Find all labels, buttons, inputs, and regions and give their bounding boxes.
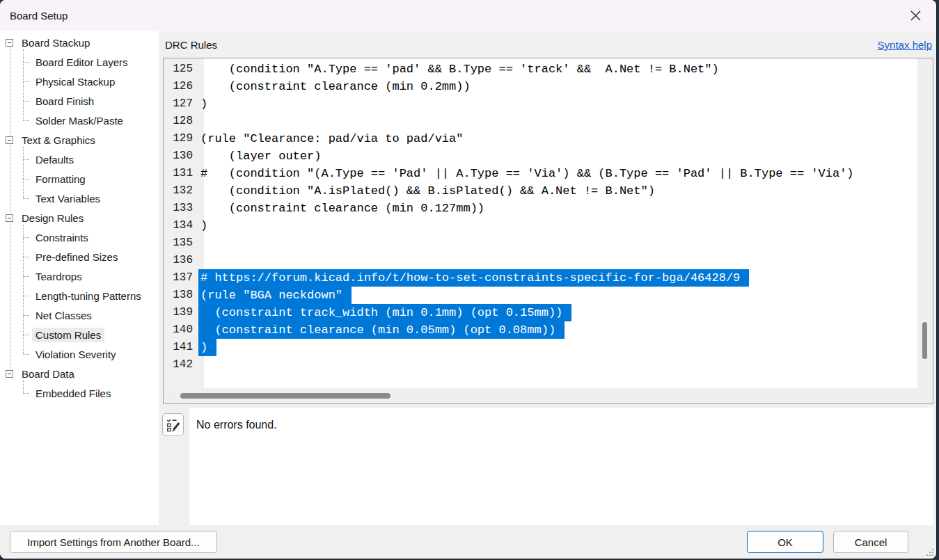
tree-item-label: Text Variables — [32, 191, 104, 206]
code-line: 132 (condition "A.isPlated() && B.isPlat… — [164, 182, 917, 200]
code-text-selected: (constraint clearance (min 0.05mm) (opt … — [198, 321, 565, 339]
close-button[interactable] — [904, 5, 926, 27]
sidebar-item-defaults[interactable]: Defaults — [0, 150, 159, 169]
tree-item-label: Formatting — [32, 172, 89, 186]
sidebar-item-board-finish[interactable]: Board Finish — [0, 91, 159, 111]
sidebar-item-board-data[interactable]: Board Data — [0, 364, 159, 383]
tree-item-label: Embedded Files — [32, 386, 114, 401]
tree-item-label: Pre-defined Sizes — [32, 250, 121, 264]
line-number: 127 — [164, 95, 198, 113]
code-area[interactable]: 125 (condition "A.Type == 'pad' && B.Typ… — [164, 58, 917, 388]
code-text-selected: (constraint track_width (min 0.1mm) (opt… — [198, 304, 571, 321]
code-text: (condition "A.isPlated() && B.isPlated()… — [198, 182, 655, 200]
sidebar-item-constraints[interactable]: Constraints — [0, 227, 159, 247]
tree-item-label: Length-tuning Patterns — [32, 289, 145, 303]
scrollbar-corner — [917, 388, 933, 403]
code-text — [198, 234, 200, 252]
sidebar-tree: Board Stackup Board Editor Layers Physic… — [0, 31, 159, 525]
vertical-scrollbar[interactable] — [917, 58, 933, 388]
sidebar-item-design-rules[interactable]: Design Rules — [0, 208, 159, 227]
line-number: 131 — [164, 165, 198, 182]
line-number: 134 — [164, 217, 198, 234]
code-line: 138(rule "BGA neckdown" — [164, 287, 917, 304]
tree-item-label: Board Stackup — [18, 35, 93, 50]
code-line: 125 (condition "A.Type == 'pad' && B.Typ… — [164, 61, 917, 78]
code-line: 129(rule "Clearance: pad/via to pad/via" — [164, 130, 917, 147]
line-number: 139 — [164, 304, 198, 321]
code-text-selected: # https://forum.kicad.info/t/how-to-set-… — [198, 269, 749, 287]
sidebar-item-custom-rules[interactable]: Custom Rules — [0, 325, 159, 344]
code-text: (constraint clearance (min 0.127mm)) — [198, 200, 484, 217]
code-line: 136 — [164, 252, 917, 269]
tree-item-label: Board Finish — [32, 94, 97, 109]
sidebar-item-embedded-files[interactable]: Embedded Files — [0, 383, 159, 403]
check-syntax-icon — [166, 417, 181, 433]
status-text: No errors found. — [196, 419, 277, 431]
tree-item-label: Constraints — [32, 230, 92, 245]
sidebar-item-length-tuning-patterns[interactable]: Length-tuning Patterns — [0, 286, 159, 305]
sidebar-item-solder-mask-paste[interactable]: Solder Mask/Paste — [0, 111, 159, 130]
import-settings-button[interactable]: Import Settings from Another Board... — [10, 531, 217, 553]
line-number: 137 — [164, 269, 198, 287]
code-line: 133 (constraint clearance (min 0.127mm)) — [164, 200, 917, 217]
panel-title: DRC Rules — [165, 39, 217, 51]
code-text: ) — [198, 217, 207, 234]
code-line: 127) — [164, 95, 917, 113]
sidebar-item-board-stackup[interactable]: Board Stackup — [0, 33, 159, 52]
code-text — [198, 252, 200, 269]
line-number: 130 — [164, 147, 198, 165]
code-line: 139 (constraint track_width (min 0.1mm) … — [164, 304, 917, 321]
tree-item-label: Net Classes — [32, 308, 95, 323]
vertical-scrollbar-thumb[interactable] — [922, 322, 927, 359]
line-number: 142 — [164, 356, 198, 374]
cancel-button[interactable]: Cancel — [833, 531, 908, 553]
horizontal-scrollbar-thumb[interactable] — [180, 393, 390, 399]
line-number: 128 — [164, 113, 198, 130]
tree-item-label: Board Data — [18, 367, 78, 381]
tree-item-label: Teardrops — [32, 269, 86, 284]
collapse-minus-icon[interactable] — [6, 214, 13, 222]
sidebar-item-text-variables[interactable]: Text Variables — [0, 189, 159, 208]
syntax-help-link[interactable]: Syntax help — [878, 39, 932, 51]
line-number: 136 — [164, 252, 198, 269]
dialog-footer: Import Settings from Another Board... OK… — [0, 525, 936, 559]
code-text — [198, 356, 200, 374]
code-line: 135 — [164, 234, 917, 252]
line-number: 129 — [164, 130, 198, 147]
sidebar-item-pre-defined-sizes[interactable]: Pre-defined Sizes — [0, 247, 159, 266]
line-number: 138 — [164, 287, 198, 304]
sidebar-item-formatting[interactable]: Formatting — [0, 169, 159, 189]
collapse-minus-icon[interactable] — [6, 370, 13, 378]
tree-item-label: Board Editor Layers — [32, 55, 132, 70]
tree-item-label: Design Rules — [18, 211, 87, 225]
editor-toolbar — [159, 408, 189, 525]
sidebar-item-board-editor-layers[interactable]: Board Editor Layers — [0, 52, 159, 72]
code-text: ) — [198, 95, 207, 113]
code-line: 126 (constraint clearance (min 0.2mm)) — [164, 78, 917, 95]
collapse-minus-icon[interactable] — [6, 39, 13, 47]
sidebar-item-text-graphics[interactable]: Text & Graphics — [0, 130, 159, 150]
sidebar-item-violation-severity[interactable]: Violation Severity — [0, 344, 159, 364]
line-number: 126 — [164, 78, 198, 95]
errors-message-panel: No errors found. — [189, 408, 933, 525]
code-text-selected: ) — [198, 339, 216, 356]
horizontal-scrollbar[interactable] — [164, 388, 917, 403]
sidebar-item-physical-stackup[interactable]: Physical Stackup — [0, 72, 159, 91]
sidebar-item-teardrops[interactable]: Teardrops — [0, 266, 159, 286]
code-editor[interactable]: 125 (condition "A.Type == 'pad' && B.Typ… — [163, 58, 933, 404]
line-number: 140 — [164, 321, 198, 339]
code-text: (layer outer) — [198, 147, 321, 165]
tree-item-label: Defaults — [32, 152, 77, 167]
code-line: 141) — [164, 339, 917, 356]
close-icon — [910, 10, 921, 21]
ok-button[interactable]: OK — [747, 531, 823, 553]
code-text: (constraint clearance (min 0.2mm)) — [198, 78, 471, 95]
line-number: 125 — [164, 61, 198, 78]
resize-grip[interactable] — [925, 547, 933, 556]
tree-item-label: Solder Mask/Paste — [32, 113, 127, 128]
check-syntax-button[interactable] — [162, 413, 184, 436]
sidebar-item-net-classes[interactable]: Net Classes — [0, 305, 159, 325]
code-line: 137# https://forum.kicad.info/t/how-to-s… — [164, 269, 917, 287]
collapse-minus-icon[interactable] — [6, 136, 13, 144]
line-number: 132 — [164, 182, 198, 200]
